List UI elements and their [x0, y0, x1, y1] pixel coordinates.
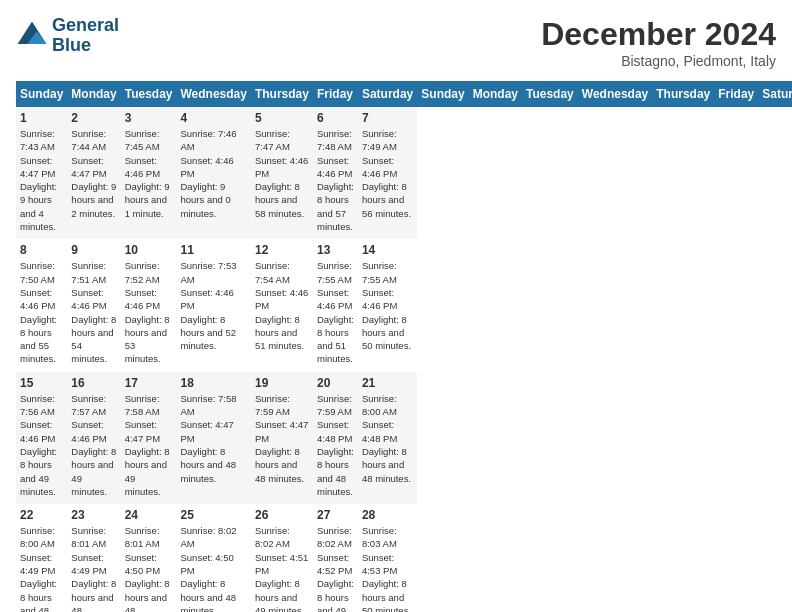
day-detail: Sunrise: 7:59 AM Sunset: 4:48 PM Dayligh…	[317, 392, 354, 498]
day-detail: Sunrise: 7:48 AM Sunset: 4:46 PM Dayligh…	[317, 127, 354, 233]
day-detail: Sunrise: 7:58 AM Sunset: 4:47 PM Dayligh…	[180, 392, 246, 485]
calendar-cell: 19 Sunrise: 7:59 AM Sunset: 4:47 PM Dayl…	[251, 372, 313, 504]
calendar-cell: 22 Sunrise: 8:00 AM Sunset: 4:49 PM Dayl…	[16, 504, 67, 612]
day-detail: Sunrise: 7:49 AM Sunset: 4:46 PM Dayligh…	[362, 127, 413, 220]
calendar-cell: 11 Sunrise: 7:53 AM Sunset: 4:46 PM Dayl…	[176, 239, 250, 371]
calendar-cell: 16 Sunrise: 7:57 AM Sunset: 4:46 PM Dayl…	[67, 372, 120, 504]
day-number: 13	[317, 243, 354, 257]
calendar-week-row: 22 Sunrise: 8:00 AM Sunset: 4:49 PM Dayl…	[16, 504, 792, 612]
day-detail: Sunrise: 7:46 AM Sunset: 4:46 PM Dayligh…	[180, 127, 246, 220]
month-title: December 2024	[541, 16, 776, 53]
day-number: 5	[255, 111, 309, 125]
page-header: General Blue December 2024 Bistagno, Pie…	[16, 16, 776, 69]
calendar-cell: 12 Sunrise: 7:54 AM Sunset: 4:46 PM Dayl…	[251, 239, 313, 371]
day-number: 27	[317, 508, 354, 522]
day-number: 7	[362, 111, 413, 125]
day-detail: Sunrise: 8:00 AM Sunset: 4:48 PM Dayligh…	[362, 392, 413, 485]
calendar-cell: 14 Sunrise: 7:55 AM Sunset: 4:46 PM Dayl…	[358, 239, 417, 371]
day-detail: Sunrise: 8:01 AM Sunset: 4:49 PM Dayligh…	[71, 524, 116, 612]
calendar-week-row: 1 Sunrise: 7:43 AM Sunset: 4:47 PM Dayli…	[16, 107, 792, 239]
day-detail: Sunrise: 8:02 AM Sunset: 4:52 PM Dayligh…	[317, 524, 354, 612]
day-detail: Sunrise: 7:51 AM Sunset: 4:46 PM Dayligh…	[71, 259, 116, 365]
day-detail: Sunrise: 7:55 AM Sunset: 4:46 PM Dayligh…	[317, 259, 354, 365]
col-header-tuesday: Tuesday	[522, 81, 578, 107]
day-number: 15	[20, 376, 63, 390]
day-number: 2	[71, 111, 116, 125]
day-detail: Sunrise: 7:52 AM Sunset: 4:46 PM Dayligh…	[125, 259, 173, 365]
day-number: 26	[255, 508, 309, 522]
header-thursday: Thursday	[251, 81, 313, 107]
day-detail: Sunrise: 7:44 AM Sunset: 4:47 PM Dayligh…	[71, 127, 116, 220]
day-number: 10	[125, 243, 173, 257]
calendar-cell: 28 Sunrise: 8:03 AM Sunset: 4:53 PM Dayl…	[358, 504, 417, 612]
day-number: 22	[20, 508, 63, 522]
col-header-monday: Monday	[469, 81, 522, 107]
calendar-cell: 17 Sunrise: 7:58 AM Sunset: 4:47 PM Dayl…	[121, 372, 177, 504]
day-number: 28	[362, 508, 413, 522]
day-number: 20	[317, 376, 354, 390]
day-number: 4	[180, 111, 246, 125]
day-detail: Sunrise: 7:47 AM Sunset: 4:46 PM Dayligh…	[255, 127, 309, 220]
day-detail: Sunrise: 7:58 AM Sunset: 4:47 PM Dayligh…	[125, 392, 173, 498]
day-detail: Sunrise: 8:00 AM Sunset: 4:49 PM Dayligh…	[20, 524, 63, 612]
calendar-header-row: SundayMondayTuesdayWednesdayThursdayFrid…	[16, 81, 792, 107]
calendar-week-row: 15 Sunrise: 7:56 AM Sunset: 4:46 PM Dayl…	[16, 372, 792, 504]
day-number: 8	[20, 243, 63, 257]
day-detail: Sunrise: 7:45 AM Sunset: 4:46 PM Dayligh…	[125, 127, 173, 220]
day-number: 9	[71, 243, 116, 257]
day-detail: Sunrise: 8:02 AM Sunset: 4:51 PM Dayligh…	[255, 524, 309, 612]
calendar-cell: 26 Sunrise: 8:02 AM Sunset: 4:51 PM Dayl…	[251, 504, 313, 612]
calendar-cell: 21 Sunrise: 8:00 AM Sunset: 4:48 PM Dayl…	[358, 372, 417, 504]
logo-icon	[16, 20, 48, 52]
day-number: 6	[317, 111, 354, 125]
calendar-cell: 5 Sunrise: 7:47 AM Sunset: 4:46 PM Dayli…	[251, 107, 313, 239]
day-detail: Sunrise: 7:43 AM Sunset: 4:47 PM Dayligh…	[20, 127, 63, 233]
calendar-cell: 23 Sunrise: 8:01 AM Sunset: 4:49 PM Dayl…	[67, 504, 120, 612]
day-number: 23	[71, 508, 116, 522]
calendar-cell: 2 Sunrise: 7:44 AM Sunset: 4:47 PM Dayli…	[67, 107, 120, 239]
calendar-cell: 8 Sunrise: 7:50 AM Sunset: 4:46 PM Dayli…	[16, 239, 67, 371]
logo-text: General Blue	[52, 16, 119, 56]
col-header-friday: Friday	[714, 81, 758, 107]
logo: General Blue	[16, 16, 119, 56]
calendar-cell: 18 Sunrise: 7:58 AM Sunset: 4:47 PM Dayl…	[176, 372, 250, 504]
day-number: 3	[125, 111, 173, 125]
header-sunday: Sunday	[16, 81, 67, 107]
day-detail: Sunrise: 7:59 AM Sunset: 4:47 PM Dayligh…	[255, 392, 309, 485]
day-number: 18	[180, 376, 246, 390]
day-number: 1	[20, 111, 63, 125]
day-number: 21	[362, 376, 413, 390]
calendar-cell: 1 Sunrise: 7:43 AM Sunset: 4:47 PM Dayli…	[16, 107, 67, 239]
day-detail: Sunrise: 7:50 AM Sunset: 4:46 PM Dayligh…	[20, 259, 63, 365]
day-number: 11	[180, 243, 246, 257]
day-detail: Sunrise: 7:53 AM Sunset: 4:46 PM Dayligh…	[180, 259, 246, 352]
col-header-thursday: Thursday	[652, 81, 714, 107]
day-number: 24	[125, 508, 173, 522]
day-number: 25	[180, 508, 246, 522]
calendar-cell: 9 Sunrise: 7:51 AM Sunset: 4:46 PM Dayli…	[67, 239, 120, 371]
header-monday: Monday	[67, 81, 120, 107]
header-wednesday: Wednesday	[176, 81, 250, 107]
title-block: December 2024 Bistagno, Piedmont, Italy	[541, 16, 776, 69]
day-number: 19	[255, 376, 309, 390]
location-subtitle: Bistagno, Piedmont, Italy	[541, 53, 776, 69]
calendar-cell: 13 Sunrise: 7:55 AM Sunset: 4:46 PM Dayl…	[313, 239, 358, 371]
calendar-cell: 10 Sunrise: 7:52 AM Sunset: 4:46 PM Dayl…	[121, 239, 177, 371]
day-detail: Sunrise: 7:56 AM Sunset: 4:46 PM Dayligh…	[20, 392, 63, 498]
calendar-cell: 20 Sunrise: 7:59 AM Sunset: 4:48 PM Dayl…	[313, 372, 358, 504]
calendar-cell: 27 Sunrise: 8:02 AM Sunset: 4:52 PM Dayl…	[313, 504, 358, 612]
day-number: 12	[255, 243, 309, 257]
header-tuesday: Tuesday	[121, 81, 177, 107]
calendar-cell: 6 Sunrise: 7:48 AM Sunset: 4:46 PM Dayli…	[313, 107, 358, 239]
calendar-cell: 25 Sunrise: 8:02 AM Sunset: 4:50 PM Dayl…	[176, 504, 250, 612]
day-number: 17	[125, 376, 173, 390]
day-number: 16	[71, 376, 116, 390]
calendar-cell: 24 Sunrise: 8:01 AM Sunset: 4:50 PM Dayl…	[121, 504, 177, 612]
day-detail: Sunrise: 8:02 AM Sunset: 4:50 PM Dayligh…	[180, 524, 246, 612]
day-detail: Sunrise: 7:57 AM Sunset: 4:46 PM Dayligh…	[71, 392, 116, 498]
col-header-wednesday: Wednesday	[578, 81, 652, 107]
calendar-cell: 4 Sunrise: 7:46 AM Sunset: 4:46 PM Dayli…	[176, 107, 250, 239]
calendar-cell: 7 Sunrise: 7:49 AM Sunset: 4:46 PM Dayli…	[358, 107, 417, 239]
col-header-sunday: Sunday	[417, 81, 468, 107]
col-header-saturday: Saturday	[758, 81, 792, 107]
